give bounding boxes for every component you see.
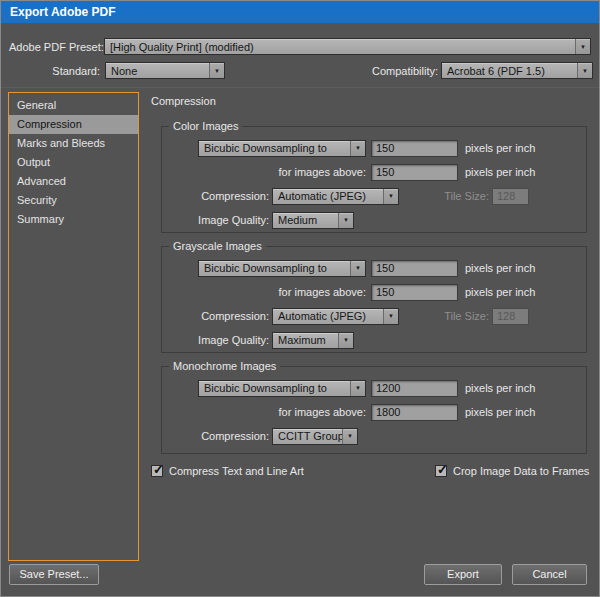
monochrome-ppi-input[interactable] [371,380,458,397]
ppi-suffix-label: pixels per inch [465,406,535,418]
compress-text-checkbox[interactable] [151,465,163,477]
color-compression-value: Automatic (JPEG) [273,190,383,202]
chevron-down-icon: ▼ [575,39,590,54]
window-title: Export Adobe PDF [10,5,116,19]
sidebar-item-security[interactable]: Security [9,191,138,210]
image-quality-label: Image Quality: [162,214,269,226]
compatibility-value: Acrobat 6 (PDF 1.5) [442,65,577,77]
crop-image-checkbox-group: Crop Image Data to Frames [435,463,589,479]
grayscale-downsampling-dropdown[interactable]: Bicubic Downsampling to ▼ [198,260,366,277]
export-adobe-pdf-dialog: Export Adobe PDF Adobe PDF Preset: [High… [0,0,600,597]
monochrome-compression-dropdown[interactable]: CCITT Group 4 ▼ [272,428,358,445]
compression-label: Compression: [162,310,269,322]
chevron-down-icon: ▼ [350,381,365,396]
color-downsampling-dropdown[interactable]: Bicubic Downsampling to ▼ [198,140,366,157]
ppi-suffix-label: pixels per inch [465,286,535,298]
compression-label: Compression: [162,430,269,442]
compatibility-label: Compatibility: [331,65,438,77]
save-preset-button[interactable]: Save Preset... [9,564,99,585]
standard-label: Standard: [1,65,100,77]
ppi-suffix-label: pixels per inch [465,142,535,154]
monochrome-compression-value: CCITT Group 4 [273,430,342,442]
grayscale-above-ppi-input[interactable] [371,284,458,301]
color-downsampling-value: Bicubic Downsampling to [199,142,350,154]
compression-label: Compression: [162,190,269,202]
sidebar-item-advanced[interactable]: Advanced [9,172,138,191]
tile-size-label: Tile Size: [409,190,489,202]
header-divider [1,87,599,88]
color-tile-size-input [492,188,529,205]
monochrome-downsampling-value: Bicubic Downsampling to [199,382,350,394]
color-image-quality-value: Medium [273,214,338,226]
sections-list: General Compression Marks and Bleeds Out… [8,92,139,561]
adobe-pdf-preset-dropdown[interactable]: [High Quality Print] (modified) ▼ [104,38,591,55]
compatibility-dropdown[interactable]: Acrobat 6 (PDF 1.5) ▼ [441,62,593,79]
preset-label: Adobe PDF Preset: [9,41,102,53]
image-quality-label: Image Quality: [162,334,269,346]
standard-value: None [106,65,209,77]
group-title: Color Images [169,120,242,132]
compress-text-checkbox-group: Compress Text and Line Art [151,463,304,479]
compress-text-label[interactable]: Compress Text and Line Art [169,465,304,477]
sidebar-item-summary[interactable]: Summary [9,210,138,229]
for-images-above-label: for images above: [279,286,366,298]
color-above-ppi-input[interactable] [371,164,458,181]
cancel-button[interactable]: Cancel [512,564,587,585]
chevron-down-icon: ▼ [338,213,353,228]
chevron-down-icon: ▼ [577,63,592,78]
sidebar-item-marks-and-bleeds[interactable]: Marks and Bleeds [9,134,138,153]
grayscale-ppi-input[interactable] [371,260,458,277]
grayscale-tile-size-input [492,308,529,325]
chevron-down-icon: ▼ [209,63,224,78]
monochrome-above-ppi-input[interactable] [371,404,458,421]
crop-image-checkbox[interactable] [435,465,447,477]
chevron-down-icon: ▼ [383,309,398,324]
chevron-down-icon: ▼ [350,261,365,276]
ppi-suffix-label: pixels per inch [465,382,535,394]
chevron-down-icon: ▼ [342,429,357,444]
color-ppi-input[interactable] [371,140,458,157]
group-title: Grayscale Images [169,240,266,252]
ppi-suffix-label: pixels per inch [465,262,535,274]
page-title: Compression [151,95,216,107]
chevron-down-icon: ▼ [338,333,353,348]
chevron-down-icon: ▼ [383,189,398,204]
sidebar-item-compression[interactable]: Compression [9,115,138,134]
preset-row: Adobe PDF Preset: [High Quality Print] (… [9,38,591,55]
export-button[interactable]: Export [424,564,502,585]
titlebar[interactable]: Export Adobe PDF [1,1,599,23]
ppi-suffix-label: pixels per inch [465,166,535,178]
grayscale-images-group: Grayscale Images Bicubic Downsampling to… [161,246,587,353]
crop-image-label[interactable]: Crop Image Data to Frames [453,465,589,477]
group-title: Monochrome Images [169,360,280,372]
standard-dropdown[interactable]: None ▼ [105,62,225,79]
for-images-above-label: for images above: [279,406,366,418]
grayscale-downsampling-value: Bicubic Downsampling to [199,262,350,274]
color-images-group: Color Images Bicubic Downsampling to ▼ p… [161,126,587,233]
preset-value: [High Quality Print] (modified) [105,41,575,53]
color-compression-dropdown[interactable]: Automatic (JPEG) ▼ [272,188,399,205]
chevron-down-icon: ▼ [350,141,365,156]
sidebar-item-output[interactable]: Output [9,153,138,172]
grayscale-compression-dropdown[interactable]: Automatic (JPEG) ▼ [272,308,399,325]
grayscale-image-quality-dropdown[interactable]: Maximum ▼ [272,332,354,349]
monochrome-downsampling-dropdown[interactable]: Bicubic Downsampling to ▼ [198,380,366,397]
sidebar-item-general[interactable]: General [9,96,138,115]
for-images-above-label: for images above: [279,166,366,178]
color-image-quality-dropdown[interactable]: Medium ▼ [272,212,354,229]
grayscale-image-quality-value: Maximum [273,334,338,346]
monochrome-images-group: Monochrome Images Bicubic Downsampling t… [161,366,587,454]
tile-size-label: Tile Size: [409,310,489,322]
grayscale-compression-value: Automatic (JPEG) [273,310,383,322]
